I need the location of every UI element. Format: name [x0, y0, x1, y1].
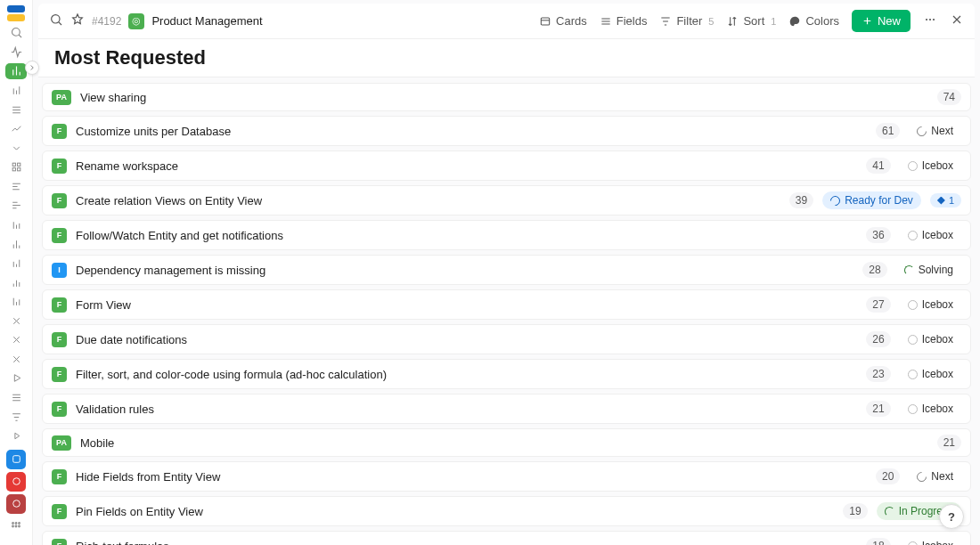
more-button[interactable] — [923, 12, 937, 29]
svg-point-13 — [19, 525, 20, 527]
status-pill[interactable]: Next — [909, 468, 961, 485]
list-item[interactable]: FRich-text formulas18Icebox — [42, 531, 971, 545]
svg-point-14 — [52, 15, 60, 23]
svg-rect-1 — [12, 163, 15, 166]
nav-play-icon[interactable] — [5, 370, 27, 387]
svg-point-9 — [15, 523, 17, 525]
nav-shuffle1-icon[interactable] — [5, 313, 27, 329]
status-pill[interactable]: Icebox — [900, 330, 961, 348]
cards-button[interactable]: Cards — [539, 14, 587, 28]
type-badge: I — [52, 263, 67, 278]
bottom-app3-icon[interactable] — [6, 494, 26, 514]
status-pill[interactable]: Icebox — [900, 400, 961, 418]
app-logo[interactable] — [5, 5, 27, 22]
type-badge: F — [52, 228, 67, 243]
nav-filter-icon[interactable] — [5, 409, 27, 426]
bottom-apps-icon[interactable] — [6, 517, 26, 536]
row-title: Form View — [76, 298, 857, 312]
nav-play2-icon[interactable] — [5, 427, 27, 444]
row-count: 28 — [862, 262, 886, 278]
list-item[interactable]: PAView sharing74 — [42, 83, 971, 111]
help-button[interactable]: ? — [939, 504, 964, 529]
nav-bars2-icon[interactable] — [5, 82, 27, 99]
status-icon — [908, 300, 918, 310]
nav-bars6-icon[interactable] — [5, 274, 27, 291]
status-label: Solving — [919, 264, 953, 276]
svg-point-10 — [19, 523, 20, 525]
nav-list-icon[interactable] — [5, 102, 27, 118]
extra-pill[interactable]: 1 — [930, 193, 961, 207]
status-pill[interactable]: Icebox — [900, 537, 961, 545]
row-title: Hide Fields from Entity View — [76, 470, 867, 484]
nav-bars4-icon[interactable] — [5, 236, 27, 253]
sort-button[interactable]: Sort1 — [726, 14, 776, 28]
nav-list2-icon[interactable] — [5, 389, 27, 406]
list-item[interactable]: FHide Fields from Entity View20Next — [42, 461, 971, 492]
bottom-app2-icon[interactable] — [6, 472, 26, 492]
nav-align-icon[interactable] — [5, 178, 27, 195]
type-badge: F — [52, 159, 67, 174]
status-pill[interactable]: Next — [909, 122, 961, 140]
entity-type-badge: ◎ — [128, 13, 144, 29]
list-item[interactable]: FRename workspace41Icebox — [42, 150, 971, 181]
list-item[interactable]: IDependency management is missing28Solvi… — [42, 255, 971, 285]
list-item[interactable]: FCreate relation Views on Entity View39R… — [42, 185, 971, 216]
list-item[interactable]: FDue date notifications26Icebox — [42, 324, 971, 354]
status-icon — [908, 404, 918, 414]
list-item[interactable]: FFilter, sort, and color-code using form… — [42, 359, 971, 389]
status-pill[interactable]: Icebox — [900, 157, 961, 175]
status-label: Icebox — [922, 368, 953, 380]
type-badge: F — [52, 539, 67, 546]
nav-grid-icon[interactable] — [5, 159, 27, 176]
fields-button[interactable]: Fields — [600, 14, 648, 28]
favorite-button[interactable] — [70, 12, 85, 29]
list-item[interactable]: PAMobile21 — [42, 428, 971, 457]
status-pill[interactable]: Icebox — [900, 226, 961, 244]
svg-rect-3 — [12, 168, 15, 171]
search-button[interactable] — [49, 12, 63, 29]
nav-caret-icon[interactable] — [5, 140, 27, 157]
status-label: Icebox — [922, 540, 953, 545]
request-list[interactable]: PAView sharing74FCustomize units per Dat… — [33, 77, 980, 545]
row-title: Customize units per Database — [76, 125, 867, 138]
nav-bars7-icon[interactable] — [5, 293, 27, 310]
row-count: 20 — [876, 468, 900, 484]
row-count: 61 — [876, 123, 900, 139]
nav-shuffle2-icon[interactable] — [5, 332, 27, 349]
bottom-app1-icon[interactable] — [6, 450, 26, 469]
status-pill[interactable]: Icebox — [900, 365, 961, 383]
nav-align2-icon[interactable] — [5, 198, 27, 215]
row-count: 21 — [937, 435, 961, 451]
row-title: Mobile — [80, 436, 928, 450]
nav-bars5-icon[interactable] — [5, 255, 27, 272]
list-item[interactable]: FCustomize units per Database61Next — [42, 116, 971, 146]
nav-bars3-icon[interactable] — [5, 216, 27, 233]
filter-button[interactable]: Filter5 — [659, 14, 714, 28]
nav-trend-icon[interactable] — [5, 120, 27, 137]
row-title: View sharing — [80, 91, 928, 104]
nav-shuffle3-icon[interactable] — [5, 351, 27, 368]
row-title: Dependency management is missing — [76, 264, 853, 277]
list-item[interactable]: FValidation rules21Icebox — [42, 394, 971, 424]
expand-sidebar-icon[interactable] — [25, 61, 39, 75]
type-badge: F — [52, 367, 67, 382]
status-pill[interactable]: Ready for Dev — [822, 191, 921, 209]
list-item[interactable]: FPin Fields on Entity View19In Progress — [42, 496, 971, 526]
new-button[interactable]: New — [852, 10, 911, 32]
type-badge: F — [52, 297, 67, 313]
colors-button[interactable]: Colors — [788, 14, 839, 28]
row-count: 39 — [789, 192, 813, 208]
activity-icon[interactable] — [5, 44, 27, 61]
list-item[interactable]: FFollow/Watch Entity and get notificatio… — [42, 220, 971, 250]
status-icon — [908, 231, 918, 240]
row-title: Validation rules — [76, 403, 857, 416]
close-button[interactable] — [950, 12, 964, 29]
status-pill[interactable]: Icebox — [900, 296, 961, 313]
status-pill[interactable]: Solving — [896, 261, 961, 279]
row-count: 26 — [866, 331, 890, 347]
list-item[interactable]: FForm View27Icebox — [42, 289, 971, 320]
search-icon[interactable] — [5, 25, 27, 42]
entity-title[interactable]: Product Management — [151, 14, 262, 28]
nav-bars-icon[interactable] — [5, 63, 27, 80]
entity-id: #4192 — [92, 15, 121, 28]
